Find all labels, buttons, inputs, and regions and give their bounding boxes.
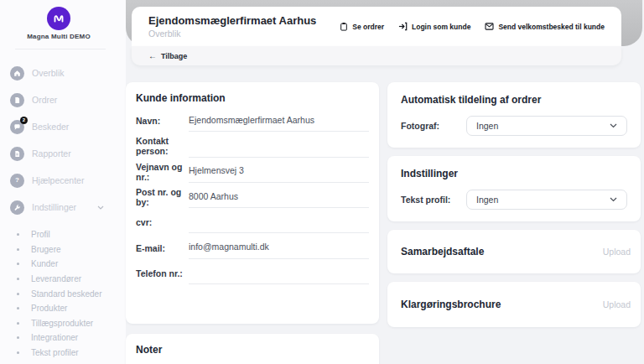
- back-button[interactable]: ← Tilbage: [148, 52, 187, 60]
- action-label: Login som kunde: [412, 23, 470, 31]
- app-window: Magna Multi DEMO Overblik Ordrer 2: [0, 0, 644, 364]
- subitem-label: Leverandører: [31, 274, 81, 283]
- sidebar-subitem-standard-beskeder[interactable]: Standard beskeder: [0, 286, 126, 301]
- se-ordrer-button[interactable]: Se ordrer: [340, 22, 384, 31]
- vejnavn-input[interactable]: Hjelmensvej 3: [189, 159, 369, 183]
- help-icon: ?: [10, 174, 24, 188]
- report-icon: [10, 147, 24, 161]
- chevron-down-icon: [97, 205, 104, 210]
- samarbejdsaftale-card: Samarbejdsaftale Upload: [387, 230, 641, 273]
- field-row-kontakt-person: Kontakt person:: [136, 133, 369, 159]
- subitem-label: Integrationer: [31, 333, 78, 342]
- bullet-icon: [17, 336, 19, 339]
- card-title: Automatisk tildeling af ordrer: [401, 94, 627, 106]
- home-icon: [10, 66, 24, 81]
- magna-multi-logo-icon: [47, 7, 70, 30]
- field-label: Vejnavn og nr.:: [136, 159, 189, 185]
- field-row-telefon: Telefon nr.:: [136, 261, 369, 286]
- subitem-label: Produkter: [31, 304, 67, 313]
- arrow-left-icon: ←: [148, 52, 157, 60]
- chevron-down-icon: [610, 123, 617, 128]
- telefon-input[interactable]: [189, 261, 369, 284]
- fotograf-select[interactable]: Ingen: [466, 116, 627, 136]
- select-label: Tekst profil:: [401, 195, 466, 205]
- select-value: Ingen: [476, 121, 498, 131]
- subitem-label: Standard beskeder: [31, 289, 102, 299]
- sidebar-item-beskeder[interactable]: 2 Beskeder: [0, 113, 126, 140]
- cvr-input[interactable]: [189, 210, 369, 233]
- email-input[interactable]: info@magnamulti.dk: [189, 235, 369, 258]
- action-label: Se ordrer: [352, 23, 384, 31]
- brand-logo: Magna Multi DEMO: [0, 0, 126, 40]
- sidebar-item-label: Rapporter: [32, 148, 71, 159]
- card-title: Samarbejdsaftale: [401, 246, 484, 257]
- sidebar-item-label: Beskeder: [32, 122, 69, 132]
- login-som-kunde-button[interactable]: Login som kunde: [398, 22, 470, 31]
- field-label: Kontakt person:: [136, 133, 189, 159]
- field-label: E-mail:: [136, 235, 189, 260]
- field-row-email: E-mail: info@magnamulti.dk: [136, 235, 369, 260]
- page-header: Ejendomsmæglerfirmaet Aarhus Overblik Se…: [132, 7, 621, 46]
- card-title: Klargøringsbrochure: [401, 299, 501, 310]
- sidebar-subitem-profil[interactable]: Profil: [0, 227, 126, 242]
- sidebar-subitem-integrationer[interactable]: Integrationer: [0, 330, 126, 346]
- document-icon: [10, 93, 24, 107]
- postnr-input[interactable]: 8000 Aarhus: [189, 185, 369, 208]
- bullet-icon: [17, 248, 19, 251]
- card-title: Noter: [136, 344, 369, 356]
- sidebar-item-indstillinger[interactable]: Indstillinger: [0, 194, 126, 221]
- customer-fields: Navn: Ejendomsmæglerfirmaet Aarhus Konta…: [136, 108, 369, 286]
- sidebar-item-label: Ordrer: [32, 95, 57, 105]
- sidebar-item-rapporter[interactable]: Rapporter: [0, 140, 126, 167]
- field-label: Telefon nr.:: [136, 261, 189, 286]
- sidebar-subitem-tekst-profiler[interactable]: Tekst profiler: [0, 346, 126, 361]
- sidebar-subitem-tillaegsprodukter[interactable]: Tillægsprodukter: [0, 316, 126, 331]
- klargoringsbrochure-card: Klargøringsbrochure Upload: [387, 282, 641, 327]
- sidebar-subitem-brugere[interactable]: Brugere: [0, 242, 126, 257]
- bullet-icon: [17, 233, 19, 236]
- sidebar-divider: [15, 49, 106, 49]
- card-title: Indstillinger: [401, 168, 627, 179]
- sidebar-subitem-kunder[interactable]: Kunder: [0, 257, 126, 272]
- field-row-cvr: cvr:: [136, 210, 369, 235]
- send-velkomstbesked-button[interactable]: Send velkomstbesked til kunde: [485, 23, 605, 31]
- sidebar-nav: Overblik Ordrer 2 Beskeder Rapporter: [0, 60, 126, 221]
- sidebar-subitem-produkter[interactable]: Produkter: [0, 301, 126, 316]
- upload-klargoringsbrochure-button[interactable]: Upload: [603, 299, 631, 309]
- auto-assign-card: Automatisk tildeling af ordrer Fotograf:…: [387, 82, 641, 148]
- kontakt-person-input[interactable]: [189, 133, 369, 157]
- sidebar-item-ordrer[interactable]: Ordrer: [0, 86, 126, 113]
- unread-badge: 2: [20, 117, 28, 124]
- tekst-profil-row: Tekst profil: Ingen: [401, 190, 627, 210]
- sidebar-item-label: Hjælpecenter: [32, 175, 84, 185]
- settings-subnav: Profil Brugere Kunder Leverandører Stand…: [0, 227, 126, 360]
- clipboard-icon: [340, 22, 348, 31]
- subitem-label: Kunder: [31, 259, 58, 268]
- left-column: Kunde information Navn: Ejendomsmæglerfi…: [126, 75, 379, 364]
- customer-info-card: Kunde information Navn: Ejendomsmæglerfi…: [126, 82, 379, 324]
- sidebar-item-hjaelpecenter[interactable]: ? Hjælpecenter: [0, 167, 126, 194]
- sidebar: Magna Multi DEMO Overblik Ordrer 2: [0, 0, 126, 364]
- sidebar-item-label: Overblik: [32, 68, 65, 78]
- upload-samarbejdsaftale-button[interactable]: Upload: [603, 247, 631, 257]
- bullet-icon: [17, 263, 19, 265]
- back-bar: ← Tilbage: [132, 46, 621, 65]
- login-icon: [398, 22, 408, 31]
- bullet-icon: [17, 322, 19, 325]
- select-value: Ingen: [476, 195, 498, 205]
- card-title: Kunde information: [136, 92, 369, 104]
- notes-card: Noter: [126, 334, 379, 364]
- navn-input[interactable]: Ejendomsmæglerfirmaet Aarhus: [189, 108, 369, 132]
- back-label: Tilbage: [161, 52, 187, 60]
- brand-name: Magna Multi DEMO: [0, 33, 126, 40]
- sidebar-subitem-leverandorer[interactable]: Leverandører: [0, 272, 126, 287]
- field-label: cvr:: [136, 210, 189, 235]
- select-label: Fotograf:: [401, 121, 466, 131]
- bullet-icon: [17, 351, 19, 354]
- fotograf-row: Fotograf: Ingen: [401, 116, 627, 136]
- sidebar-item-overblik[interactable]: Overblik: [0, 60, 126, 86]
- chat-icon: 2: [10, 120, 24, 134]
- page-subtitle: Overblik: [148, 29, 316, 39]
- tekst-profil-select[interactable]: Ingen: [466, 190, 627, 210]
- wrench-icon: [10, 200, 24, 215]
